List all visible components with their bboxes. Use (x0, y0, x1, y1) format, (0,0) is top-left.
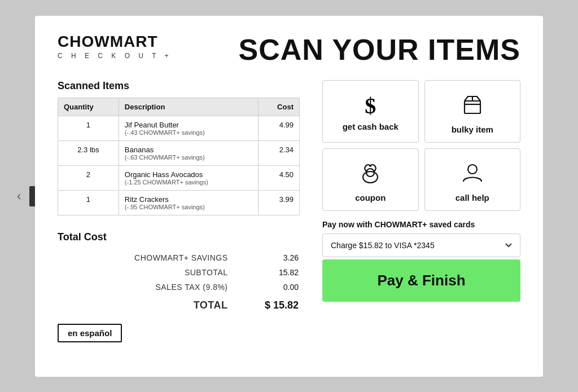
call-help-label: call help (456, 193, 489, 202)
page-title: SCAN YOUR ITEMS (195, 33, 520, 67)
logo-subtitle: C H E C K O U T + (58, 52, 172, 60)
right-panel: $get cash back bulky item coupon call he… (322, 80, 520, 342)
item-description: Organic Hass Avocados (-1.25 CHOWMART+ s… (119, 165, 258, 190)
item-description: Jif Peanut Butter (-.43 CHOWMART+ saving… (119, 116, 258, 140)
svg-point-4 (366, 169, 374, 177)
item-cost: 3.99 (259, 190, 300, 215)
total-value: $ 15.82 (240, 295, 299, 314)
item-quantity: 2.3 lbs (58, 140, 119, 165)
action-buttons-grid: $get cash back bulky item coupon call he… (322, 80, 520, 211)
col-header-cost: Cost (259, 98, 300, 116)
subtotal-value: 15.82 (240, 266, 299, 279)
main-container: ‹ CHOWMART C H E C K O U T + SCAN YOUR I… (35, 16, 543, 377)
left-panel: Scanned Items Quantity Description Cost … (58, 80, 300, 342)
payment-section: Pay now with CHOWMART+ saved cards Charg… (322, 220, 520, 302)
logo-area: CHOWMART C H E C K O U T + (58, 33, 172, 60)
call-help-icon (460, 160, 485, 188)
table-row: 1 Jif Peanut Butter (-.43 CHOWMART+ savi… (58, 116, 300, 140)
svg-rect-0 (465, 101, 480, 113)
get-cash-back-icon: $ (365, 95, 376, 117)
bulky-item-icon (460, 92, 485, 120)
get-cash-back-button[interactable]: $get cash back (322, 80, 419, 143)
card-select[interactable]: Charge $15.82 to VISA *2345 (322, 234, 520, 257)
en-espanol-button[interactable]: en español (58, 324, 122, 342)
table-row: 2 Organic Hass Avocados (-1.25 CHOWMART+… (58, 165, 300, 190)
item-quantity: 1 (58, 116, 119, 140)
savings-value: 3.26 (240, 251, 299, 265)
table-row: 2.3 lbs Bananas (-.63 CHOWMART+ savings)… (58, 140, 300, 165)
back-nav-button[interactable]: ‹ (17, 189, 21, 204)
tax-value: 0.00 (240, 280, 299, 294)
table-row: 1 Ritz Crackers (-.95 CHOWMART+ savings)… (58, 190, 300, 215)
savings-label: CHOWMART+ SAVINGS (59, 251, 239, 265)
total-label: TOTAL (59, 295, 239, 314)
svg-point-5 (369, 165, 371, 167)
item-description: Bananas (-.63 CHOWMART+ savings) (119, 140, 258, 165)
item-cost: 4.99 (259, 116, 300, 140)
svg-point-6 (468, 165, 477, 174)
col-header-description: Description (119, 98, 258, 116)
coupon-button[interactable]: coupon (322, 148, 419, 211)
pay-finish-button[interactable]: Pay & Finish (322, 259, 520, 302)
content-area: Scanned Items Quantity Description Cost … (58, 80, 520, 342)
col-header-quantity: Quantity (58, 98, 119, 116)
total-cost-label: Total Cost (58, 231, 300, 243)
totals-table: CHOWMART+ SAVINGS 3.26 SUBTOTAL 15.82 SA… (58, 250, 300, 315)
subtotal-label: SUBTOTAL (59, 266, 239, 279)
totals-section: Total Cost CHOWMART+ SAVINGS 3.26 SUBTOT… (58, 231, 300, 342)
bulky-item-button[interactable]: bulky item (424, 80, 521, 143)
payment-label: Pay now with CHOWMART+ saved cards (322, 220, 520, 229)
header: CHOWMART C H E C K O U T + SCAN YOUR ITE… (58, 33, 520, 67)
item-quantity: 2 (58, 165, 119, 190)
item-quantity: 1 (58, 190, 119, 215)
bulky-item-label: bulky item (452, 125, 493, 134)
item-description: Ritz Crackers (-.95 CHOWMART+ savings) (119, 190, 258, 215)
item-cost: 2.34 (259, 140, 300, 165)
tax-label: SALES TAX (9.8%) (59, 280, 239, 294)
coupon-label: coupon (355, 193, 386, 202)
call-help-button[interactable]: call help (424, 148, 521, 211)
item-cost: 4.50 (259, 165, 300, 190)
items-table: Quantity Description Cost 1 Jif Peanut B… (58, 98, 300, 215)
scanned-items-label: Scanned Items (58, 80, 300, 92)
get-cash-back-label: get cash back (343, 122, 399, 131)
coupon-icon (358, 160, 383, 188)
logo-title: CHOWMART (58, 33, 172, 51)
